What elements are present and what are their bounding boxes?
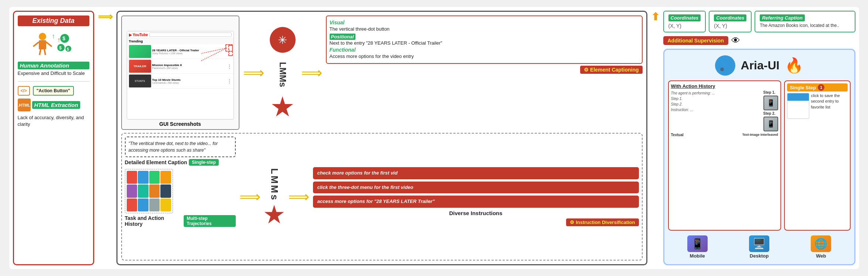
annotation-desc: Expensive and Difficult to Scale	[18, 70, 89, 77]
svg-text:↑: ↑	[57, 36, 61, 44]
yt-item-1-info: 28 YEARS LATER - Official Trailer Sony P…	[152, 49, 226, 55]
ref-caption-label: Referring Caption	[760, 14, 805, 21]
quote-box: "The veritical three dot, next to the vi…	[125, 137, 236, 157]
single-step-content: click to save the second entry to favori…	[787, 93, 848, 119]
single-step-img	[787, 93, 809, 119]
yt-item-1[interactable]: 28 YEARS LATER - Official Trailer Sony P…	[127, 44, 234, 59]
step1-label: Step 1.	[763, 90, 778, 94]
svg-rect-1	[39, 40, 46, 49]
middle-panel: ▶ YouTube Trending 28 YEARS LATER - Offi…	[116, 11, 647, 265]
grid-cell-8	[160, 184, 171, 197]
youtube-mock: ▶ YouTube Trending 28 YEARS LATER - Offi…	[127, 31, 234, 120]
yt-thumb-2: TRAILER	[129, 60, 151, 73]
html-icons-row: </> "Action Button"	[18, 86, 89, 96]
svg-line-5	[44, 49, 45, 55]
code-box: </>	[18, 86, 30, 96]
svg-text:↑: ↑	[52, 32, 55, 40]
positional-tag: Positional	[330, 34, 355, 40]
lmm-to-diverse-arrow: ⟹	[288, 137, 309, 257]
lmm-label-top: LMMs	[278, 62, 288, 87]
single-step-title: Single Step 1	[787, 83, 848, 92]
detail-caption-box: "The veritical three dot, next to the vi…	[125, 137, 236, 257]
caption-visual-section: Visual The vertical three-dot button Pos…	[326, 15, 643, 64]
with-history-title: With Action History	[671, 83, 778, 89]
grid-cell-2	[138, 171, 149, 184]
coord-value-1: (X, Y)	[668, 23, 701, 29]
screenshot-to-lmm-arrow: ⟹	[243, 15, 264, 130]
yt-three-dot-3[interactable]: ⋮	[227, 79, 232, 84]
aria-content: With Action History The agent is perform…	[668, 80, 851, 231]
desktop-label: Desktop	[750, 253, 769, 259]
ref-caption-text: The Amazon Books icon, located at the..	[760, 23, 850, 28]
coord-value-2: (X, Y)	[714, 23, 746, 29]
yt-item-3-sub: CinemaHub • 5M views	[152, 82, 226, 84]
single-step-text: click to save the second entry to favori…	[811, 93, 848, 110]
star-icon-bottom	[264, 205, 285, 225]
additional-supervision-badge: Additional Supervision	[663, 36, 728, 45]
yt-item-2-info: Mission Impossible 8 Paramount • 8M view…	[152, 63, 226, 69]
web-platform-item: 🌐 Web	[811, 235, 831, 259]
ref-caption-box: Referring Caption The Amazon Books icon,…	[755, 11, 855, 32]
existing-data-icons: ↑ ↑ $ $ $	[18, 29, 89, 59]
functional-tag: Functional	[330, 47, 356, 53]
coord-label-1: Coordinates	[668, 14, 701, 21]
yt-search-bar	[149, 32, 231, 37]
grid-cell-10	[138, 199, 149, 211]
star-icon	[272, 96, 294, 118]
lmm-label-bottom: LMMs	[269, 168, 280, 201]
grid-cell-9	[127, 199, 137, 211]
html-extraction-label: HTML Extraction	[32, 101, 81, 109]
diverse-instructions-block: check more options for the first vid cli…	[313, 137, 639, 257]
single-step-num: 1	[818, 84, 824, 91]
left-to-middle-arrow: ⟹	[98, 11, 113, 265]
human-annotation-label: Human Annotation	[18, 62, 89, 69]
svg-text:$: $	[67, 47, 69, 51]
action-button-label: "Action Button"	[33, 86, 74, 96]
yt-item-3-info: Top 10 Movie Stunts CinemaHub • 5M views	[152, 78, 226, 84]
middle-top: ▶ YouTube Trending 28 YEARS LATER - Offi…	[121, 15, 643, 130]
bottom-to-lmm-arrow: ⟹	[239, 137, 261, 257]
with-history-panel: With Action History The agent is perform…	[668, 80, 781, 231]
phone-image-2: 📱	[763, 117, 778, 131]
aria-title: Aria-UI	[741, 59, 780, 72]
label-row-bottom: Textual Text-Image Interleaved	[671, 133, 778, 137]
screenshot-label: GUI Screenshots	[159, 121, 201, 127]
instruction-diversification-badge: ⚙ Instruction Diversification	[566, 218, 639, 226]
chatgpt-icon: ✳	[270, 27, 296, 53]
grid-cell-6	[138, 184, 149, 197]
web-label: Web	[816, 253, 826, 259]
yt-thumb-1	[129, 45, 151, 58]
coord-label-2: Coordinates	[714, 14, 746, 21]
desktop-platform-item: 🖥️ Desktop	[749, 235, 769, 259]
right-top-row: Coordinates (X, Y) Coordinates (X, Y) Re…	[663, 11, 855, 32]
mobile-emoji: 📱	[691, 238, 704, 250]
detail-caption-label: Detailed Element Caption	[125, 159, 187, 165]
grid-cell-1	[127, 171, 137, 184]
grid-cell-12	[160, 199, 171, 211]
aria-ui-panel: R Aria-UI 🔥 With Action History The agen…	[663, 49, 855, 265]
youtube-logo: ▶ YouTube	[129, 33, 148, 37]
single-step-panel: Single Step 1 click to save the second e…	[784, 80, 851, 231]
phone-image-1: 📱	[763, 96, 778, 110]
visual-text: The vertical three-dot button	[330, 26, 639, 32]
textual-label: Textual	[671, 133, 684, 137]
multi-step-badge: Multi-step Trajectories	[184, 215, 235, 227]
yt-item-3[interactable]: STUNTS Top 10 Movie Stunts CinemaHub • 5…	[127, 74, 234, 89]
svg-text:$: $	[59, 45, 62, 51]
aria-logo: R	[715, 55, 735, 76]
mobile-label: Mobile	[690, 253, 705, 259]
detail-label-row: Detailed Element Caption Single-step	[125, 159, 236, 166]
yt-item-1-sub: Sony Pictures • 12M views	[152, 52, 226, 55]
yt-item-2-title: Mission Impossible 8	[152, 63, 226, 67]
right-panel: Coordinates (X, Y) Coordinates (X, Y) Re…	[663, 11, 855, 265]
middle-to-right-arrow: ⬆	[651, 11, 660, 265]
lmm-block-top: ✳ LMMs	[268, 15, 297, 130]
grid-cell-7	[149, 184, 160, 197]
yt-item-2[interactable]: TRAILER Mission Impossible 8 Paramount •…	[127, 59, 234, 74]
task-history-row: Task and Action History Multi-step Traje…	[125, 215, 236, 227]
instruction-3: access more options for "28 YEARS LATER …	[313, 196, 639, 208]
yt-three-dot-2[interactable]: ⋮	[227, 64, 232, 69]
text-image-label: Text-Image Interleaved	[742, 133, 778, 137]
task-history-label: Task and Action History	[125, 215, 182, 227]
fire-icon: 🔥	[785, 57, 803, 74]
